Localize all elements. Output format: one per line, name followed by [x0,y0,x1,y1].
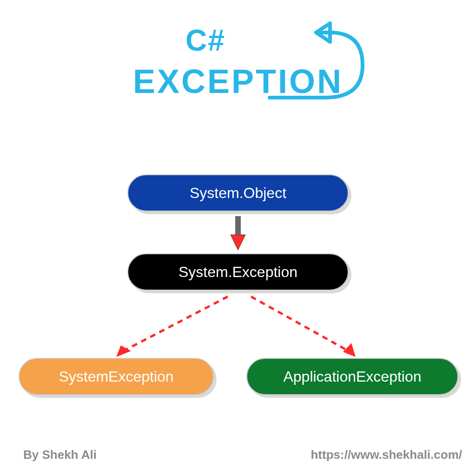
node-label: System.Exception [178,264,298,281]
svg-marker-4 [116,345,131,357]
title-line2: EXCEPTION [0,62,476,100]
svg-line-5 [251,297,351,352]
node-label: ApplicationException [283,368,421,385]
node-system-exception: System.Exception [127,253,349,291]
svg-marker-6 [343,343,356,357]
title-block: C# EXCEPTION [0,23,476,100]
node-label: SystemException [59,368,173,385]
title-loop-arrow-icon [260,14,390,107]
node-applicationexception: ApplicationException [246,358,458,395]
arrow-down-icon [229,214,247,251]
node-system-object: System.Object [127,174,349,212]
dashed-branch-arrows [0,292,476,366]
svg-line-3 [121,297,228,352]
footer-url: https://www.shekhali.com/ [311,448,462,462]
footer-author: By Shekh Ali [23,448,97,462]
title-line1: C# [0,23,476,58]
svg-marker-2 [231,235,245,250]
node-label: System.Object [190,185,286,202]
node-systemexception: SystemException [19,358,214,395]
